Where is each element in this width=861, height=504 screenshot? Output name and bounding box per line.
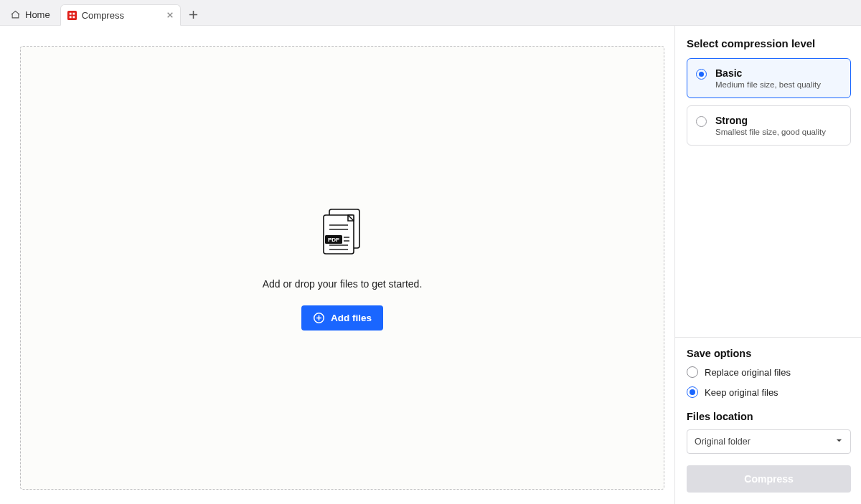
radio-icon [687,366,698,378]
level-title: Basic [715,67,821,79]
compress-button[interactable]: Compress [687,465,851,493]
level-desc: Smallest file size, good quality [715,128,826,136]
canvas-area: PDF Add or drop your files to get starte… [0,26,674,504]
svg-rect-1 [69,12,71,14]
tab-home-label: Home [25,9,50,20]
tab-compress-label: Compress [82,10,124,21]
new-tab-button[interactable] [184,4,204,24]
file-dropzone[interactable]: PDF Add or drop your files to get starte… [20,46,664,490]
add-files-button[interactable]: Add files [301,305,383,331]
divider [675,337,861,338]
panel-title: Select compression level [687,37,851,49]
radio-icon [696,116,707,127]
files-location-select[interactable]: Original folder [687,429,851,454]
add-files-label: Add files [331,313,372,323]
svg-rect-4 [72,16,75,18]
tab-bar: Home Compress [0,0,861,26]
pdf-stack-icon: PDF [315,205,370,262]
radio-icon [687,386,698,398]
svg-rect-0 [67,10,77,19]
tab-compress[interactable]: Compress [60,4,181,26]
close-tab-button[interactable] [164,9,176,21]
svg-text:PDF: PDF [328,237,339,243]
radio-icon [696,69,707,80]
files-location-title: Files location [687,411,851,422]
plus-circle-icon [313,312,325,324]
save-option-keep[interactable]: Keep original files [687,386,851,398]
compression-level-basic[interactable]: Basic Medium file size, best quality [687,58,851,98]
save-option-label: Replace original files [705,367,791,378]
save-options-title: Save options [687,348,851,359]
level-desc: Medium file size, best quality [715,80,821,89]
save-option-label: Keep original files [705,387,778,398]
level-title: Strong [715,115,826,126]
files-location-value: Original folder [695,437,751,447]
compress-app-icon [67,10,77,21]
svg-rect-2 [72,12,75,14]
side-panel: Select compression level Basic Medium fi… [674,26,861,504]
compression-level-strong[interactable]: Strong Smallest file size, good quality [687,105,851,146]
dropzone-message: Add or drop your files to get started. [263,278,423,290]
tab-home[interactable]: Home [4,4,57,25]
svg-rect-3 [69,16,71,18]
save-option-replace[interactable]: Replace original files [687,366,851,378]
chevron-down-icon [835,437,843,447]
home-icon [10,9,21,20]
